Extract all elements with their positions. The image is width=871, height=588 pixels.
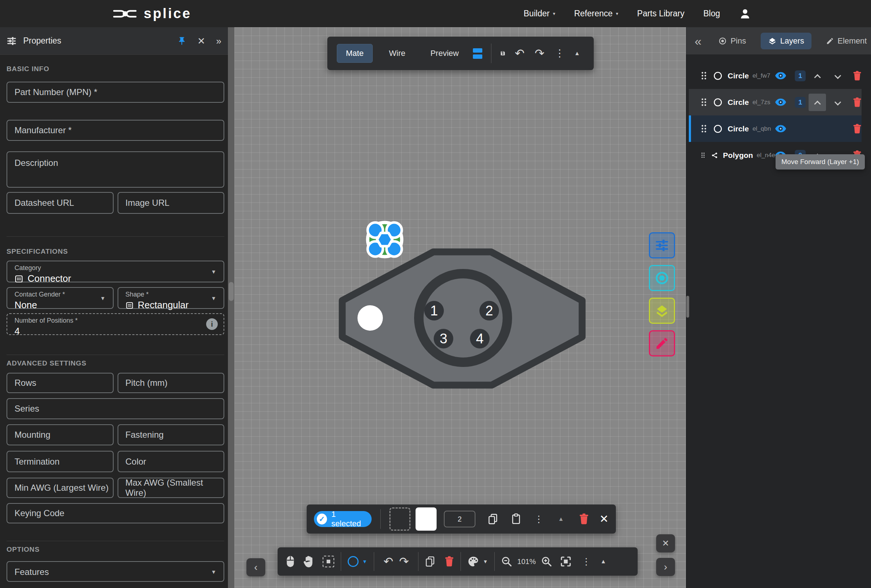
- drag-handle-icon[interactable]: [701, 98, 706, 106]
- nav-item-reference[interactable]: Reference ▾: [574, 9, 618, 18]
- close-icon[interactable]: ✕: [198, 36, 205, 46]
- layer-order-badge[interactable]: 1: [795, 70, 806, 81]
- tab-layers[interactable]: Layers: [761, 33, 811, 49]
- shape-tool-caret-icon[interactable]: ▼: [362, 559, 367, 564]
- ellipse-tool-icon[interactable]: [348, 556, 359, 567]
- tab-preview[interactable]: Preview: [422, 44, 467, 63]
- stroke-width-input[interactable]: 2: [444, 511, 475, 527]
- paste-icon[interactable]: [511, 513, 521, 525]
- properties-scrollbar[interactable]: [228, 27, 235, 588]
- layer-row-circle-el_7zs[interactable]: Circle el_7zs 1: [689, 89, 862, 115]
- tab-element[interactable]: Element: [824, 33, 869, 49]
- collapse-toolbar-icon[interactable]: ▲: [570, 50, 584, 57]
- delete-icon[interactable]: [444, 556, 454, 567]
- palette-caret-icon[interactable]: ▼: [483, 559, 488, 564]
- drag-handle-icon[interactable]: [701, 124, 706, 133]
- brand[interactable]: splice: [112, 6, 192, 21]
- datasheet-url-field[interactable]: Datasheet URL: [6, 192, 114, 214]
- pin-icon[interactable]: [177, 36, 187, 46]
- nav-item-blog[interactable]: Blog: [703, 9, 720, 18]
- color-field[interactable]: Color: [118, 451, 224, 472]
- undo-icon[interactable]: ↶: [510, 48, 530, 59]
- properties-scrollbar-thumb[interactable]: [229, 282, 234, 301]
- marquee-select-tool-icon[interactable]: [323, 556, 334, 567]
- canvas-scrollbar-thumb[interactable]: [686, 296, 689, 317]
- pins-tool-button[interactable]: [649, 265, 675, 291]
- selection-count-pill[interactable]: ✓ 1 selected: [314, 511, 372, 527]
- layer-order-badge[interactable]: 1: [795, 97, 806, 108]
- collapse-toolbar-icon[interactable]: ▲: [596, 558, 611, 565]
- min-awg-field[interactable]: Min AWG (Largest Wire): [6, 478, 114, 498]
- number-of-positions-field[interactable]: Number of Positions * 4 i: [6, 313, 224, 335]
- collapse-panel-icon[interactable]: »: [216, 36, 221, 46]
- visibility-eye-icon[interactable]: [775, 72, 786, 79]
- zoom-in-icon[interactable]: [541, 556, 552, 567]
- move-forward-button[interactable]: [808, 94, 826, 111]
- close-overlay-button[interactable]: ✕: [656, 534, 675, 552]
- more-options-icon[interactable]: ⋮: [529, 514, 549, 524]
- stroke-color-swatch[interactable]: [416, 507, 437, 531]
- tab-wire[interactable]: Wire: [380, 44, 414, 63]
- collapse-toolbar-icon[interactable]: ▲: [554, 516, 568, 522]
- features-select[interactable]: Features ▼: [6, 561, 224, 582]
- move-backward-button[interactable]: [829, 67, 846, 85]
- info-icon[interactable]: i: [206, 318, 218, 330]
- delete-layer-icon[interactable]: [853, 97, 862, 108]
- layer-row-circle-el_fw7[interactable]: Circle el_fw7 1: [689, 63, 862, 89]
- drag-handle-icon[interactable]: [701, 151, 705, 159]
- move-backward-button[interactable]: [829, 94, 846, 111]
- collapse-panel-icon[interactable]: «: [694, 35, 702, 47]
- copy-icon[interactable]: [488, 513, 498, 525]
- save-icon[interactable]: [500, 48, 506, 59]
- series-field[interactable]: Series: [6, 398, 224, 419]
- rows-field[interactable]: Rows: [6, 373, 114, 393]
- visibility-eye-icon[interactable]: [775, 98, 786, 106]
- next-page-button[interactable]: ›: [656, 558, 675, 576]
- connector-drawing[interactable]: 1 2 3 4: [335, 247, 589, 392]
- delete-icon[interactable]: [579, 513, 589, 525]
- manufacturer-field[interactable]: Manufacturer *: [6, 120, 224, 141]
- duplicate-icon[interactable]: [425, 556, 435, 567]
- edit-tool-button[interactable]: [649, 330, 675, 356]
- visibility-eye-icon[interactable]: [775, 125, 786, 133]
- category-select[interactable]: Category Connector ▼: [6, 260, 224, 283]
- fit-to-screen-icon[interactable]: [560, 556, 572, 567]
- mounting-field[interactable]: Mounting: [6, 424, 114, 445]
- more-options-icon[interactable]: ⋮: [577, 557, 596, 566]
- fill-none-swatch[interactable]: [389, 507, 410, 531]
- fastening-field[interactable]: Fastening: [118, 424, 224, 445]
- stacked-bars-icon[interactable]: [473, 48, 482, 59]
- nav-item-builder[interactable]: Builder ▾: [524, 9, 555, 18]
- more-options-icon[interactable]: ⋮: [549, 48, 570, 58]
- delete-layer-icon[interactable]: [853, 71, 862, 81]
- pitch-field[interactable]: Pitch (mm): [118, 373, 224, 393]
- termination-field[interactable]: Termination: [6, 451, 114, 472]
- delete-layer-icon[interactable]: [853, 124, 862, 134]
- mouse-cursor-tool-icon[interactable]: [286, 555, 295, 568]
- palette-icon[interactable]: [467, 556, 479, 567]
- close-selection-icon[interactable]: ✕: [600, 513, 609, 525]
- description-field[interactable]: Description: [6, 151, 224, 188]
- pan-hand-tool-icon[interactable]: [303, 555, 315, 568]
- layer-row-circle-el_qbn[interactable]: Circle el_qbn: [689, 115, 862, 142]
- image-url-field[interactable]: Image URL: [118, 192, 224, 214]
- undo-icon[interactable]: ↶: [381, 556, 396, 567]
- redo-icon[interactable]: ↷: [396, 556, 412, 567]
- max-awg-field[interactable]: Max AWG (Smallest Wire): [118, 478, 224, 498]
- contact-gender-select[interactable]: Contact Gender * None ▼: [6, 287, 114, 309]
- tune-tool-button[interactable]: [649, 232, 675, 259]
- drag-handle-icon[interactable]: [701, 72, 706, 80]
- builder-canvas[interactable]: 1 2 3 4 Mate Wire Preview: [235, 27, 686, 588]
- tab-mate[interactable]: Mate: [337, 44, 373, 63]
- layers-tool-button[interactable]: [649, 298, 675, 324]
- keying-code-field[interactable]: Keying Code: [6, 503, 224, 524]
- tab-pins[interactable]: Pins: [716, 33, 748, 49]
- part-number-field[interactable]: Part Number (MPN) *: [6, 82, 224, 103]
- redo-icon[interactable]: ↷: [530, 48, 549, 59]
- nav-item-parts-library[interactable]: Parts Library: [637, 9, 684, 18]
- keying-hole-circle[interactable]: [358, 305, 383, 331]
- prev-page-button[interactable]: ‹: [246, 558, 265, 576]
- move-forward-button[interactable]: [808, 67, 826, 85]
- shape-select[interactable]: Shape * Rectangular ▼: [118, 287, 224, 309]
- zoom-out-icon[interactable]: [501, 556, 512, 567]
